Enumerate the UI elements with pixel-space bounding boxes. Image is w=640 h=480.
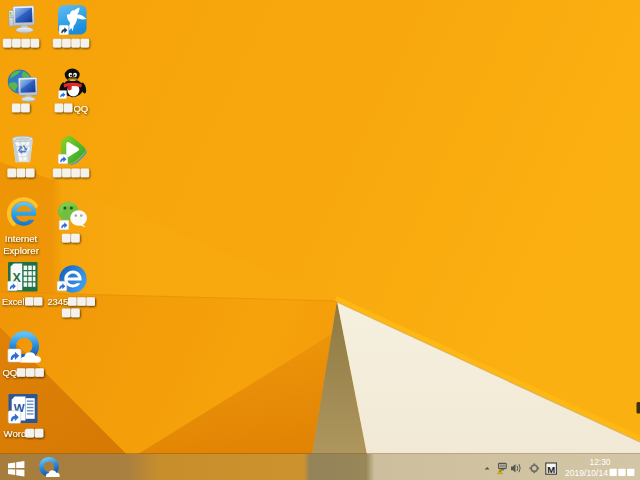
svg-text:2019/10/14: 2019/10/14	[565, 468, 608, 478]
svg-text:Explorer: Explorer	[3, 245, 40, 256]
svg-text:M: M	[547, 464, 555, 475]
svg-text:Excel: Excel	[2, 297, 24, 307]
svg-text:12:30: 12:30	[590, 457, 611, 467]
svg-text:Internet: Internet	[5, 233, 38, 244]
svg-text:2345: 2345	[47, 296, 68, 307]
svg-text:QQ: QQ	[73, 103, 88, 114]
svg-text:Word: Word	[4, 428, 27, 439]
svg-text:QQ: QQ	[2, 367, 17, 378]
